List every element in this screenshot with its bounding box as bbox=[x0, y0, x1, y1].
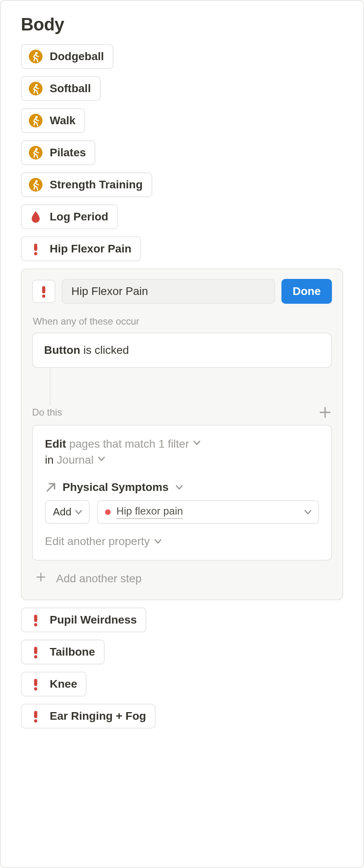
chip-button[interactable]: Softball bbox=[21, 76, 101, 101]
chip-button[interactable]: Walk bbox=[21, 108, 85, 133]
red-dot-icon bbox=[105, 509, 111, 515]
chip-label: Dodgeball bbox=[50, 50, 104, 63]
chip-list-top: DodgeballSoftballWalkPilatesStrength Tra… bbox=[21, 44, 343, 261]
automation-title-input[interactable] bbox=[62, 279, 275, 304]
chip-list-bottom: Pupil WeirdnessTailboneKneeEar Ringing +… bbox=[21, 608, 343, 729]
alert-icon bbox=[29, 677, 42, 691]
chip-label: Knee bbox=[50, 678, 77, 690]
chip-label: Log Period bbox=[50, 210, 108, 223]
drop-icon bbox=[29, 210, 42, 224]
chevron-down-icon bbox=[174, 482, 184, 492]
walk-icon bbox=[29, 114, 42, 127]
trigger-text: Button is clicked bbox=[44, 344, 129, 356]
chip-label: Pupil Weirdness bbox=[50, 614, 137, 626]
chevron-down-icon bbox=[303, 507, 313, 517]
add-action-button[interactable] bbox=[318, 406, 332, 419]
action-edit-line[interactable]: Edit pages that match 1 filter bbox=[45, 438, 319, 450]
walk-icon bbox=[29, 178, 42, 192]
alert-icon bbox=[29, 709, 42, 723]
db-name: Journal bbox=[54, 454, 94, 466]
alert-icon bbox=[29, 242, 42, 256]
chevron-down-icon bbox=[192, 438, 202, 448]
add-another-step-button[interactable]: Add another step bbox=[32, 561, 332, 596]
dothis-row: Do this bbox=[32, 406, 332, 419]
edit-another-label: Edit another property bbox=[45, 535, 150, 548]
chip-label: Hip Flexor Pain bbox=[50, 242, 131, 255]
chevron-down-icon bbox=[97, 454, 106, 464]
chip-label: Tailbone bbox=[50, 646, 95, 658]
automation-icon-box[interactable] bbox=[32, 280, 55, 303]
chip-label: Walk bbox=[50, 114, 75, 127]
alert-icon bbox=[37, 285, 51, 298]
chip-button[interactable]: Knee bbox=[21, 672, 87, 696]
chip-button[interactable]: Ear Ringing + Fog bbox=[21, 704, 156, 729]
alert-icon bbox=[29, 645, 42, 659]
walk-icon bbox=[29, 82, 42, 95]
trigger-rest: is clicked bbox=[80, 344, 129, 356]
chevron-down-icon bbox=[153, 537, 163, 546]
plus-icon bbox=[35, 571, 47, 586]
chip-button[interactable]: Strength Training bbox=[21, 172, 152, 197]
edit-another-property-button[interactable]: Edit another property bbox=[45, 535, 163, 548]
relation-icon bbox=[45, 481, 57, 493]
chevron-down-icon bbox=[74, 507, 83, 517]
chip-button[interactable]: Pupil Weirdness bbox=[21, 608, 146, 632]
chip-button[interactable]: Dodgeball bbox=[21, 44, 113, 69]
walk-icon bbox=[29, 50, 42, 63]
tag-inner: Hip flexor pain bbox=[105, 505, 183, 519]
body-panel: Body DodgeballSoftballWalkPilatesStrengt… bbox=[0, 0, 364, 868]
chip-label: Softball bbox=[50, 82, 91, 95]
walk-icon bbox=[29, 146, 42, 159]
chip-label: Ear Ringing + Fog bbox=[50, 710, 146, 723]
action-card: Edit pages that match 1 filter in Journa… bbox=[32, 425, 332, 561]
trigger-card[interactable]: Button is clicked bbox=[32, 333, 332, 368]
plus-icon bbox=[318, 406, 332, 419]
connector-line bbox=[50, 368, 51, 406]
chip-button[interactable]: Tailbone bbox=[21, 640, 105, 664]
done-button[interactable]: Done bbox=[281, 279, 332, 304]
chip-button[interactable]: Hip Flexor Pain bbox=[21, 236, 141, 261]
add-mode-select[interactable]: Add bbox=[45, 500, 90, 524]
chip-label: Pilates bbox=[50, 146, 86, 159]
alert-icon bbox=[29, 613, 42, 627]
tag-value-field[interactable]: Hip flexor pain bbox=[97, 500, 319, 524]
dothis-label: Do this bbox=[32, 407, 62, 418]
page-title: Body bbox=[21, 14, 343, 34]
edit-word: Edit bbox=[45, 438, 66, 450]
chip-button[interactable]: Pilates bbox=[21, 140, 95, 165]
property-row[interactable]: Physical Symptoms bbox=[45, 481, 319, 494]
tag-value-label: Hip flexor pain bbox=[116, 505, 183, 519]
trigger-section-label: When any of these occur bbox=[33, 316, 332, 327]
chip-button[interactable]: Log Period bbox=[21, 204, 118, 229]
in-word: in bbox=[45, 454, 54, 466]
trigger-bold: Button bbox=[44, 344, 80, 356]
add-step-label: Add another step bbox=[56, 572, 142, 585]
add-label: Add bbox=[53, 506, 71, 518]
automation-title-row: Done bbox=[32, 279, 332, 304]
chip-label: Strength Training bbox=[50, 178, 143, 191]
property-name: Physical Symptoms bbox=[63, 481, 169, 494]
property-value-row: Add Hip flexor pain bbox=[45, 500, 319, 524]
edit-rest: pages that match 1 filter bbox=[66, 438, 189, 450]
action-db-line[interactable]: in Journal bbox=[45, 454, 319, 466]
automation-editor: Done When any of these occur Button is c… bbox=[21, 268, 343, 600]
